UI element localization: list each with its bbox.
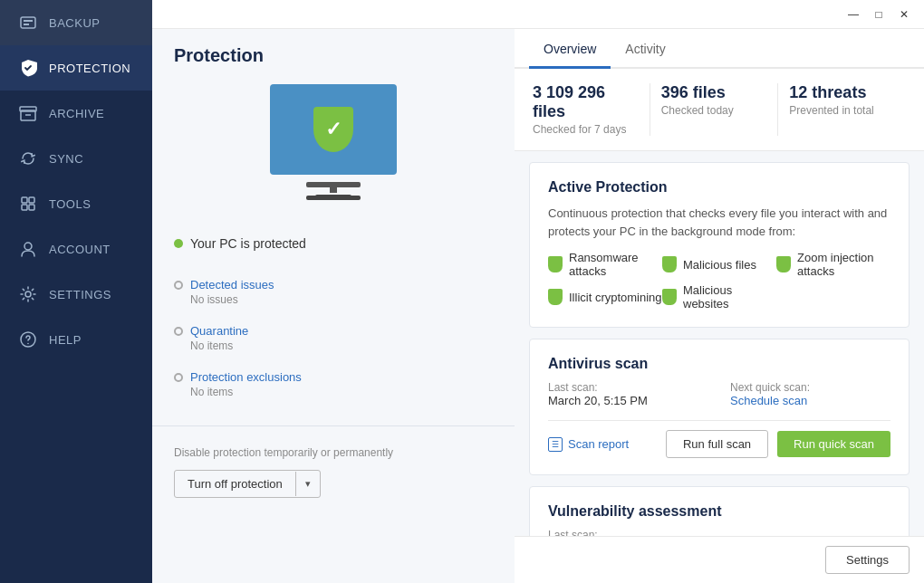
turn-off-section: Disable protection temporarily or perman… — [152, 434, 515, 509]
sidebar-item-backup[interactable]: BACKUP — [0, 0, 152, 45]
svg-rect-1 — [24, 20, 33, 22]
run-full-scan-button[interactable]: Run full scan — [666, 430, 768, 458]
feature-malicious-files: Malicious files — [662, 251, 776, 278]
svg-rect-9 — [29, 205, 34, 210]
report-icon: ☰ — [548, 437, 563, 452]
feature-label-4: Illicit cryptomining — [569, 291, 662, 304]
stat-label-1: Checked for 7 days — [533, 123, 639, 136]
account-icon — [18, 239, 38, 259]
stat-label-2: Checked today — [661, 104, 767, 117]
vuln-last-scan-label: Last scan: — [548, 529, 648, 536]
bottom-bar: Settings — [515, 536, 924, 583]
sidebar-item-sync[interactable]: SYNC — [0, 136, 152, 181]
status-dot — [174, 239, 183, 248]
detected-issues-row: Detected issues — [174, 278, 493, 292]
tab-overview[interactable]: Overview — [529, 29, 611, 67]
protection-icon — [18, 58, 38, 78]
vuln-scan-info: Last scan: March 20, 5:15 PM — [548, 529, 648, 536]
stat-label-3: Prevented in total — [789, 104, 895, 117]
quarantine-link[interactable]: Quarantine — [190, 324, 248, 338]
divider — [152, 425, 515, 426]
sidebar-item-tools[interactable]: TOOLS — [0, 181, 152, 226]
antivirus-scan-title: Antivirus scan — [548, 356, 890, 372]
feature-label-2: Malicious files — [683, 258, 756, 272]
left-panel: Protection Your PC is protected — [152, 29, 515, 583]
turn-off-label: Turn off protection — [175, 471, 295, 497]
active-protection-desc: Continuous protection that checks every … — [548, 205, 890, 240]
close-button[interactable]: ✕ — [891, 5, 917, 24]
chevron-down-icon: ▾ — [295, 472, 320, 496]
active-protection-title: Active Protection — [548, 179, 890, 196]
quarantine-item: Quarantine No items — [152, 315, 515, 361]
shield-icon-ransomware — [548, 256, 563, 272]
shield-icon-zoom — [776, 256, 791, 272]
svg-point-11 — [25, 292, 31, 297]
sidebar-item-account[interactable]: ACCOUNT — [0, 226, 152, 272]
cards-area: Active Protection Continuous protection … — [515, 151, 924, 536]
status-text: Your PC is protected — [190, 236, 306, 251]
svg-point-13 — [27, 343, 29, 345]
sidebar-item-settings[interactable]: SETTINGS — [0, 272, 152, 317]
detected-issues-item: Detected issues No issues — [152, 269, 515, 315]
shield-icon-malicious-files — [662, 256, 677, 272]
svg-point-10 — [24, 243, 32, 250]
vulnerability-row: Last scan: March 20, 5:15 PM ☰ Detected … — [548, 529, 890, 536]
sidebar-item-archive[interactable]: ARCHIVE — [0, 91, 152, 136]
vulnerability-card: Vulnerability assessment Last scan: Marc… — [529, 486, 910, 536]
tab-activity[interactable]: Activity — [611, 29, 679, 67]
minimize-button[interactable]: — — [841, 5, 866, 24]
exclusions-sub: No items — [174, 386, 493, 398]
exclusions-link[interactable]: Protection exclusions — [190, 370, 302, 384]
tools-icon — [18, 194, 38, 214]
stats-row: 3 109 296 files Checked for 7 days 396 f… — [515, 69, 924, 151]
feature-label-3: Zoom injection attacks — [797, 251, 890, 278]
help-icon — [18, 330, 38, 349]
archive-icon — [18, 103, 38, 123]
sidebar-item-protection[interactable]: PROTECTION — [0, 45, 152, 91]
turn-off-button[interactable]: Turn off protection ▾ — [174, 470, 321, 498]
last-scan-value: March 20, 5:15 PM — [548, 394, 708, 407]
sidebar-links: Detected issues No issues Quarantine No … — [152, 258, 515, 418]
tabs-row: Overview Activity — [515, 29, 924, 69]
settings-button[interactable]: Settings — [825, 546, 910, 574]
svg-rect-7 — [29, 197, 34, 203]
title-bar: — □ ✕ — [152, 0, 924, 29]
detected-issues-sub: No issues — [174, 293, 493, 306]
maximize-button[interactable]: □ — [866, 5, 891, 24]
feature-ransomware: Ransomware attacks — [548, 251, 662, 278]
stat-files-7days: 3 109 296 files Checked for 7 days — [533, 83, 650, 136]
run-quick-scan-button[interactable]: Run quick scan — [777, 431, 890, 457]
shield-icon-crypto — [548, 289, 563, 305]
svg-rect-6 — [22, 197, 27, 203]
quarantine-row: Quarantine — [174, 324, 493, 338]
stat-number-2: 396 files — [661, 83, 767, 102]
shield-icon-websites — [662, 289, 677, 305]
schedule-scan-link[interactable]: Schedule scan — [730, 394, 890, 407]
feature-websites: Malicious websites — [662, 283, 776, 311]
sidebar: BACKUP PROTECTION ARCHIVE — [0, 0, 152, 583]
feature-label: Ransomware attacks — [569, 251, 662, 278]
circle-dot-2 — [174, 327, 183, 336]
svg-rect-8 — [22, 205, 27, 210]
scan-report-label: Scan report — [568, 437, 629, 451]
detected-issues-link[interactable]: Detected issues — [190, 278, 274, 292]
last-scan-label: Last scan: — [548, 381, 708, 394]
sidebar-item-help[interactable]: HELP — [0, 317, 152, 362]
main-content: — □ ✕ Protection Your PC is protected — [152, 0, 924, 583]
last-scan-info: Last scan: March 20, 5:15 PM — [548, 381, 708, 407]
next-scan-info: Next quick scan: Schedule scan — [730, 381, 890, 407]
gear-icon — [18, 284, 38, 304]
stat-number-3: 12 threats — [789, 83, 895, 102]
feature-label-5: Malicious websites — [683, 283, 776, 311]
circle-dot — [174, 281, 183, 290]
scan-report-link[interactable]: ☰ Scan report — [548, 437, 629, 452]
scan-actions: ☰ Scan report Run full scan Run quick sc… — [548, 420, 890, 458]
exclusions-row: Protection exclusions — [174, 370, 493, 384]
features-grid: Ransomware attacks Malicious files Zoom … — [548, 251, 890, 311]
feature-crypto: Illicit cryptomining — [548, 283, 662, 311]
exclusions-item: Protection exclusions No items — [152, 361, 515, 407]
svg-rect-0 — [21, 17, 35, 28]
quarantine-sub: No items — [174, 339, 493, 352]
vulnerability-title: Vulnerability assessment — [548, 503, 890, 520]
monitor-graphic — [270, 84, 397, 175]
